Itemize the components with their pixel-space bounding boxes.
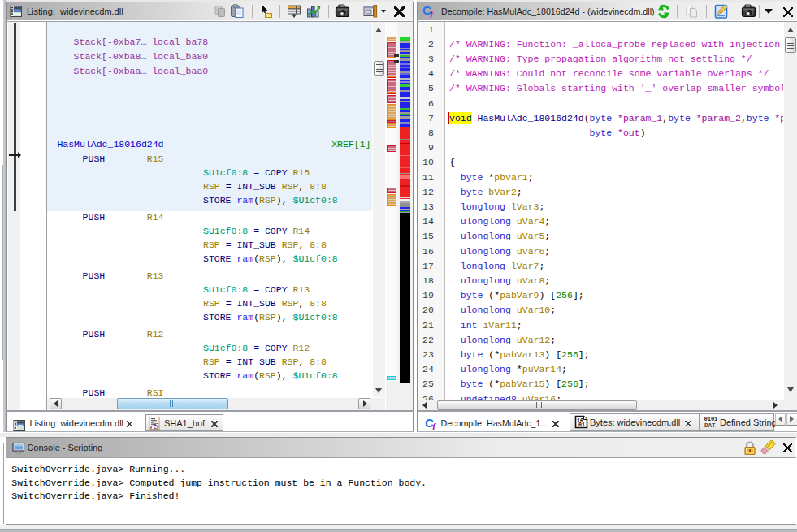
svg-text:01: 01 (578, 422, 585, 428)
svg-text:S: S (154, 421, 159, 430)
svg-text:DAT: DAT (704, 422, 716, 429)
svg-text:0101: 0101 (704, 416, 717, 422)
svg-text:f: f (432, 421, 436, 430)
